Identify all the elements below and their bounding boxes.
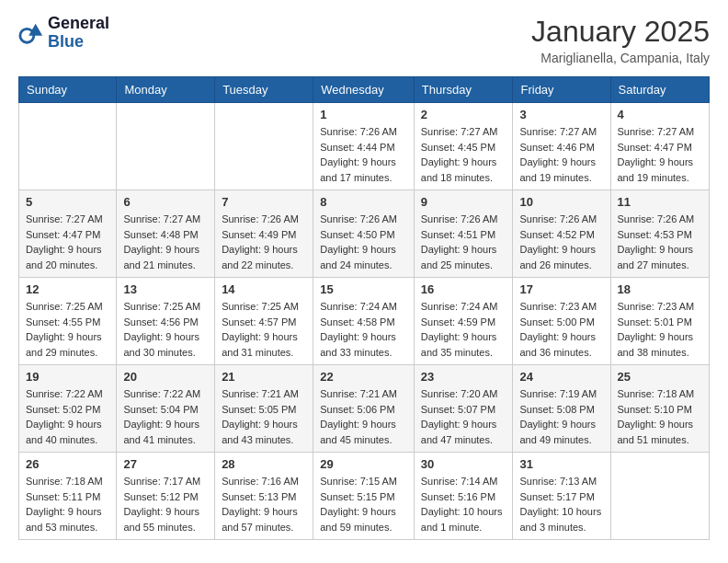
day-info: Sunrise: 7:24 AM Sunset: 4:58 PM Dayligh… bbox=[320, 299, 407, 360]
day-info: Sunrise: 7:23 AM Sunset: 5:01 PM Dayligh… bbox=[618, 299, 703, 360]
day-info: Sunrise: 7:22 AM Sunset: 5:02 PM Dayligh… bbox=[26, 386, 109, 447]
calendar-cell: 17Sunrise: 7:23 AM Sunset: 5:00 PM Dayli… bbox=[513, 278, 610, 365]
calendar-cell: 24Sunrise: 7:19 AM Sunset: 5:08 PM Dayli… bbox=[513, 365, 610, 453]
calendar-cell: 21Sunrise: 7:21 AM Sunset: 5:05 PM Dayli… bbox=[215, 365, 313, 453]
day-info: Sunrise: 7:13 AM Sunset: 5:17 PM Dayligh… bbox=[519, 474, 603, 534]
header: General Blue January 2025 Mariglianella,… bbox=[18, 15, 710, 65]
day-number: 5 bbox=[26, 195, 109, 209]
calendar-cell: 4Sunrise: 7:27 AM Sunset: 4:47 PM Daylig… bbox=[610, 103, 710, 190]
calendar-cell: 27Sunrise: 7:17 AM Sunset: 5:12 PM Dayli… bbox=[117, 453, 215, 540]
day-number: 17 bbox=[519, 282, 603, 296]
day-info: Sunrise: 7:17 AM Sunset: 5:12 PM Dayligh… bbox=[123, 474, 208, 534]
month-title: January 2025 bbox=[531, 15, 710, 49]
page: General Blue January 2025 Mariglianella,… bbox=[0, 0, 728, 555]
day-info: Sunrise: 7:25 AM Sunset: 4:55 PM Dayligh… bbox=[26, 299, 109, 360]
calendar-cell: 6Sunrise: 7:27 AM Sunset: 4:48 PM Daylig… bbox=[117, 190, 215, 278]
calendar-cell bbox=[215, 103, 313, 190]
day-number: 8 bbox=[320, 195, 407, 209]
calendar-cell: 31Sunrise: 7:13 AM Sunset: 5:17 PM Dayli… bbox=[513, 453, 610, 540]
day-info: Sunrise: 7:26 AM Sunset: 4:52 PM Dayligh… bbox=[519, 212, 603, 272]
calendar-day-header: Monday bbox=[117, 77, 215, 103]
calendar-day-header: Sunday bbox=[19, 77, 117, 103]
calendar-cell: 7Sunrise: 7:26 AM Sunset: 4:49 PM Daylig… bbox=[215, 190, 313, 278]
day-number: 4 bbox=[618, 108, 703, 121]
day-number: 26 bbox=[26, 457, 109, 471]
location: Mariglianella, Campania, Italy bbox=[531, 51, 710, 65]
calendar-cell: 20Sunrise: 7:22 AM Sunset: 5:04 PM Dayli… bbox=[117, 365, 215, 453]
title-block: January 2025 Mariglianella, Campania, It… bbox=[531, 15, 710, 65]
calendar-week-row: 26Sunrise: 7:18 AM Sunset: 5:11 PM Dayli… bbox=[19, 453, 710, 540]
day-number: 18 bbox=[618, 282, 703, 296]
logo-text: General Blue bbox=[48, 15, 109, 52]
day-info: Sunrise: 7:26 AM Sunset: 4:51 PM Dayligh… bbox=[421, 212, 506, 272]
calendar-cell: 5Sunrise: 7:27 AM Sunset: 4:47 PM Daylig… bbox=[19, 190, 117, 278]
calendar-cell: 1Sunrise: 7:26 AM Sunset: 4:44 PM Daylig… bbox=[313, 103, 415, 190]
day-number: 24 bbox=[519, 370, 603, 384]
day-number: 3 bbox=[519, 108, 603, 121]
calendar-cell bbox=[610, 453, 710, 540]
calendar-cell: 9Sunrise: 7:26 AM Sunset: 4:51 PM Daylig… bbox=[414, 190, 513, 278]
calendar: SundayMondayTuesdayWednesdayThursdayFrid… bbox=[18, 76, 710, 540]
day-number: 23 bbox=[421, 370, 506, 384]
day-info: Sunrise: 7:25 AM Sunset: 4:56 PM Dayligh… bbox=[123, 299, 208, 360]
day-number: 27 bbox=[123, 457, 208, 471]
calendar-cell: 28Sunrise: 7:16 AM Sunset: 5:13 PM Dayli… bbox=[215, 453, 313, 540]
day-number: 19 bbox=[26, 370, 109, 384]
calendar-day-header: Saturday bbox=[610, 77, 710, 103]
calendar-day-header: Wednesday bbox=[313, 77, 415, 103]
calendar-cell: 10Sunrise: 7:26 AM Sunset: 4:52 PM Dayli… bbox=[513, 190, 610, 278]
calendar-cell: 22Sunrise: 7:21 AM Sunset: 5:06 PM Dayli… bbox=[313, 365, 415, 453]
day-info: Sunrise: 7:26 AM Sunset: 4:53 PM Dayligh… bbox=[618, 212, 703, 272]
calendar-cell: 25Sunrise: 7:18 AM Sunset: 5:10 PM Dayli… bbox=[610, 365, 710, 453]
calendar-header-row: SundayMondayTuesdayWednesdayThursdayFrid… bbox=[19, 77, 710, 103]
day-info: Sunrise: 7:23 AM Sunset: 5:00 PM Dayligh… bbox=[519, 299, 603, 360]
day-number: 16 bbox=[421, 282, 506, 296]
calendar-cell: 2Sunrise: 7:27 AM Sunset: 4:45 PM Daylig… bbox=[414, 103, 513, 190]
calendar-cell bbox=[117, 103, 215, 190]
calendar-day-header: Friday bbox=[513, 77, 610, 103]
day-info: Sunrise: 7:24 AM Sunset: 4:59 PM Dayligh… bbox=[421, 299, 506, 360]
calendar-week-row: 5Sunrise: 7:27 AM Sunset: 4:47 PM Daylig… bbox=[19, 190, 710, 278]
day-number: 28 bbox=[222, 457, 306, 471]
day-number: 30 bbox=[421, 457, 506, 471]
calendar-cell: 12Sunrise: 7:25 AM Sunset: 4:55 PM Dayli… bbox=[19, 278, 117, 365]
day-info: Sunrise: 7:22 AM Sunset: 5:04 PM Dayligh… bbox=[123, 386, 208, 447]
day-info: Sunrise: 7:27 AM Sunset: 4:47 PM Dayligh… bbox=[26, 212, 109, 272]
calendar-cell: 16Sunrise: 7:24 AM Sunset: 4:59 PM Dayli… bbox=[414, 278, 513, 365]
day-number: 11 bbox=[618, 195, 703, 209]
day-number: 31 bbox=[519, 457, 603, 471]
day-info: Sunrise: 7:16 AM Sunset: 5:13 PM Dayligh… bbox=[222, 474, 306, 534]
day-number: 10 bbox=[519, 195, 603, 209]
day-number: 25 bbox=[618, 370, 703, 384]
calendar-day-header: Tuesday bbox=[215, 77, 313, 103]
day-info: Sunrise: 7:26 AM Sunset: 4:49 PM Dayligh… bbox=[222, 212, 306, 272]
calendar-cell: 3Sunrise: 7:27 AM Sunset: 4:46 PM Daylig… bbox=[513, 103, 610, 190]
logo-icon bbox=[18, 20, 44, 46]
calendar-cell: 26Sunrise: 7:18 AM Sunset: 5:11 PM Dayli… bbox=[19, 453, 117, 540]
day-info: Sunrise: 7:27 AM Sunset: 4:48 PM Dayligh… bbox=[123, 212, 208, 272]
day-info: Sunrise: 7:20 AM Sunset: 5:07 PM Dayligh… bbox=[421, 386, 506, 447]
day-number: 15 bbox=[320, 282, 407, 296]
day-number: 2 bbox=[421, 108, 506, 121]
calendar-week-row: 1Sunrise: 7:26 AM Sunset: 4:44 PM Daylig… bbox=[19, 103, 710, 190]
calendar-cell: 30Sunrise: 7:14 AM Sunset: 5:16 PM Dayli… bbox=[414, 453, 513, 540]
day-number: 7 bbox=[222, 195, 306, 209]
day-info: Sunrise: 7:25 AM Sunset: 4:57 PM Dayligh… bbox=[222, 299, 306, 360]
logo: General Blue bbox=[18, 15, 109, 52]
day-number: 20 bbox=[123, 370, 208, 384]
calendar-cell: 29Sunrise: 7:15 AM Sunset: 5:15 PM Dayli… bbox=[313, 453, 415, 540]
day-number: 6 bbox=[123, 195, 208, 209]
calendar-cell: 18Sunrise: 7:23 AM Sunset: 5:01 PM Dayli… bbox=[610, 278, 710, 365]
day-info: Sunrise: 7:18 AM Sunset: 5:10 PM Dayligh… bbox=[618, 386, 703, 447]
day-number: 21 bbox=[222, 370, 306, 384]
calendar-cell: 13Sunrise: 7:25 AM Sunset: 4:56 PM Dayli… bbox=[117, 278, 215, 365]
day-info: Sunrise: 7:27 AM Sunset: 4:47 PM Dayligh… bbox=[618, 124, 703, 185]
calendar-cell: 14Sunrise: 7:25 AM Sunset: 4:57 PM Dayli… bbox=[215, 278, 313, 365]
calendar-cell: 23Sunrise: 7:20 AM Sunset: 5:07 PM Dayli… bbox=[414, 365, 513, 453]
day-info: Sunrise: 7:21 AM Sunset: 5:06 PM Dayligh… bbox=[320, 386, 407, 447]
day-number: 13 bbox=[123, 282, 208, 296]
calendar-week-row: 19Sunrise: 7:22 AM Sunset: 5:02 PM Dayli… bbox=[19, 365, 710, 453]
day-number: 29 bbox=[320, 457, 407, 471]
day-number: 1 bbox=[320, 108, 407, 121]
calendar-cell: 19Sunrise: 7:22 AM Sunset: 5:02 PM Dayli… bbox=[19, 365, 117, 453]
